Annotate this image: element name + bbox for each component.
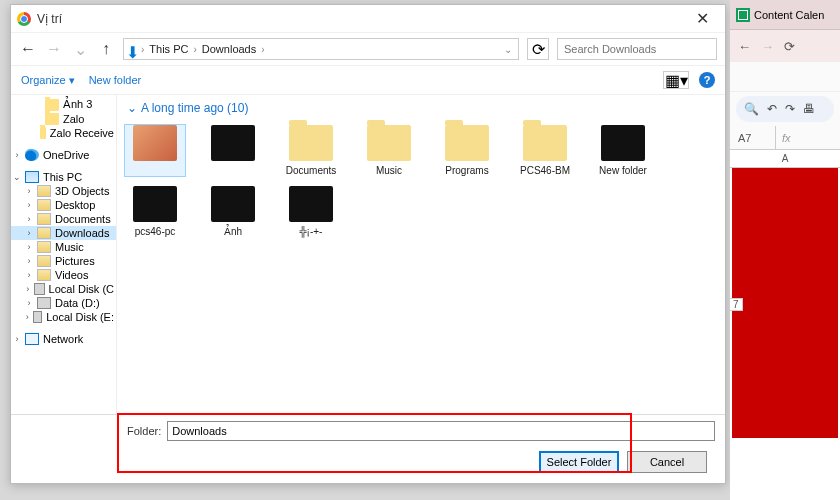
chevron-icon[interactable]: › xyxy=(25,228,33,238)
spreadsheet-grid[interactable]: A 7 xyxy=(730,150,840,500)
tree-node-downloads[interactable]: ›Downloads xyxy=(11,226,116,240)
tree-label: Downloads xyxy=(55,227,109,239)
close-icon[interactable]: ✕ xyxy=(686,7,719,30)
colored-cell-range[interactable] xyxy=(732,168,838,438)
file-item[interactable]: Music xyxy=(359,125,419,176)
tree-label: Local Disk (C xyxy=(49,283,114,295)
row-header[interactable]: 7 xyxy=(729,298,743,311)
select-folder-button[interactable]: Select Folder xyxy=(539,451,619,473)
browser-tab[interactable]: Content Calen xyxy=(730,0,840,30)
refresh-button[interactable]: ⟳ xyxy=(527,38,549,60)
name-box[interactable]: A7 xyxy=(730,126,776,149)
breadcrumb[interactable]: ⬇ › This PC › Downloads › ⌄ xyxy=(123,38,519,60)
tree-label: Zalo Receive xyxy=(50,127,114,139)
tree-label: Ảnh 3 xyxy=(63,98,92,111)
tree-node-documents[interactable]: ›Documents xyxy=(11,212,116,226)
file-item[interactable]: Documents xyxy=(281,125,341,176)
file-item[interactable]: PCS46-BM xyxy=(515,125,575,176)
dialog-footer: Folder: Select Folder Cancel xyxy=(11,414,725,483)
forward-icon[interactable]: → xyxy=(761,39,774,54)
print-icon[interactable]: 🖶 xyxy=(803,102,815,116)
tree-label: Zalo xyxy=(63,113,84,125)
down-arrow-icon[interactable]: ⬇ xyxy=(126,43,138,55)
file-item[interactable]: ╬¡-+- xyxy=(281,186,341,237)
tree-node-this-pc[interactable]: ⌄This PC xyxy=(11,170,116,184)
folder-icon xyxy=(133,186,177,222)
chevron-right-icon[interactable]: › xyxy=(138,44,147,55)
chevron-icon[interactable]: › xyxy=(25,242,33,252)
undo-icon[interactable]: ↶ xyxy=(767,102,777,116)
sys-icon xyxy=(37,213,51,225)
folder-icon xyxy=(523,125,567,161)
chevron-down-icon: ▾ xyxy=(69,74,75,87)
file-name: ╬¡-+- xyxy=(300,226,323,237)
folder-icon xyxy=(289,186,333,222)
dialog-window: Vị trí ✕ ← → ⌄ ↑ ⬇ › This PC › Downloads… xyxy=(10,4,726,484)
new-folder-button[interactable]: New folder xyxy=(89,74,142,86)
disk-icon xyxy=(37,297,51,309)
file-name: Documents xyxy=(286,165,337,176)
help-icon[interactable]: ? xyxy=(699,72,715,88)
dropdown-icon[interactable]: ⌄ xyxy=(504,44,516,55)
chevron-icon[interactable]: › xyxy=(25,270,33,280)
tree-node-zalo[interactable]: Zalo xyxy=(11,112,116,126)
chevron-icon[interactable]: › xyxy=(25,312,29,322)
file-name: Ảnh xyxy=(224,226,242,237)
search-box[interactable] xyxy=(557,38,717,60)
cancel-button[interactable]: Cancel xyxy=(627,451,707,473)
file-item[interactable]: Ảnh xyxy=(203,186,263,237)
file-name: pcs46-pc xyxy=(135,226,176,237)
chevron-icon[interactable]: › xyxy=(25,256,33,266)
file-name: Music xyxy=(376,165,402,176)
tree-node-local-disk-e-[interactable]: ›Local Disk (E: xyxy=(11,310,116,324)
up-button[interactable]: ↑ xyxy=(97,40,115,58)
search-icon[interactable]: 🔍 xyxy=(744,102,759,116)
chevron-icon[interactable]: › xyxy=(13,334,21,344)
file-item[interactable] xyxy=(125,125,185,176)
tree-node-desktop[interactable]: ›Desktop xyxy=(11,198,116,212)
view-mode-button[interactable]: ▦▾ xyxy=(663,71,689,89)
chevron-icon[interactable]: › xyxy=(25,214,33,224)
file-item[interactable]: New folder xyxy=(593,125,653,176)
chevron-icon[interactable]: › xyxy=(13,150,21,160)
column-header[interactable]: A xyxy=(730,150,840,168)
tree-node-music[interactable]: ›Music xyxy=(11,240,116,254)
file-grid[interactable]: DocumentsMusicProgramsPCS46-BMNew folder… xyxy=(117,121,725,241)
tree-label: Music xyxy=(55,241,84,253)
tree-node-3d-objects[interactable]: ›3D Objects xyxy=(11,184,116,198)
file-item[interactable] xyxy=(203,125,263,176)
group-header[interactable]: ⌄ A long time ago (10) xyxy=(117,95,725,121)
organize-menu[interactable]: Organize ▾ xyxy=(21,74,75,87)
tree-node-onedrive[interactable]: ›OneDrive xyxy=(11,148,116,162)
tree-node-videos[interactable]: ›Videos xyxy=(11,268,116,282)
chevron-icon[interactable]: › xyxy=(25,298,33,308)
tree-node-pictures[interactable]: ›Pictures xyxy=(11,254,116,268)
tree-node--nh-3[interactable]: Ảnh 3 xyxy=(11,97,116,112)
tree-node-zalo-receive[interactable]: Zalo Receive xyxy=(11,126,116,140)
chevron-icon[interactable]: ⌄ xyxy=(13,172,21,182)
folder-icon xyxy=(445,125,489,161)
tree-node-local-disk-c[interactable]: ›Local Disk (C xyxy=(11,282,116,296)
tree-node-network[interactable]: ›Network xyxy=(11,332,116,346)
file-item[interactable]: Programs xyxy=(437,125,497,176)
folder-icon xyxy=(133,125,177,161)
back-icon[interactable]: ← xyxy=(738,39,751,54)
tree-node-data-d-[interactable]: ›Data (D:) xyxy=(11,296,116,310)
folder-input[interactable] xyxy=(167,421,715,441)
chevron-icon[interactable]: › xyxy=(25,284,30,294)
tree-view[interactable]: Ảnh 3ZaloZalo Receive›OneDrive⌄This PC›3… xyxy=(11,95,117,414)
redo-icon[interactable]: ↷ xyxy=(785,102,795,116)
back-button[interactable]: ← xyxy=(19,40,37,58)
disk-icon xyxy=(34,283,44,295)
crumb-downloads[interactable]: Downloads xyxy=(200,43,258,55)
tree-label: Documents xyxy=(55,213,111,225)
chevron-icon[interactable]: › xyxy=(25,200,33,210)
chevron-icon[interactable]: › xyxy=(25,186,33,196)
file-item[interactable]: pcs46-pc xyxy=(125,186,185,237)
recent-dropdown[interactable]: ⌄ xyxy=(71,40,89,58)
crumb-thispc[interactable]: This PC xyxy=(147,43,190,55)
forward-button[interactable]: → xyxy=(45,40,63,58)
search-input[interactable] xyxy=(564,43,710,55)
tree-label: This PC xyxy=(43,171,82,183)
reload-icon[interactable]: ⟳ xyxy=(784,39,795,54)
